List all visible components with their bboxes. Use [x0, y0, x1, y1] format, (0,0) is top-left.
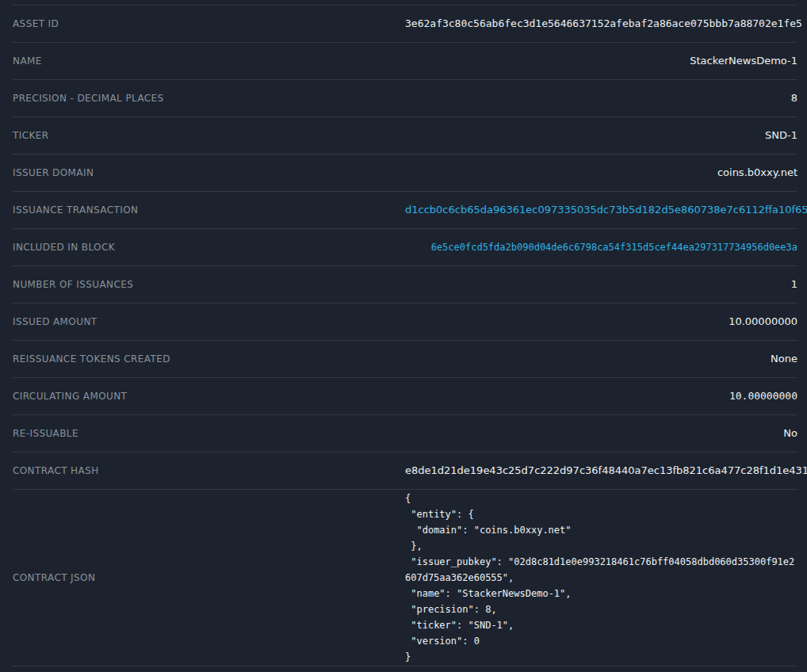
precision-label: PRECISION - DECIMAL PLACES — [13, 92, 405, 105]
contract-json-label: CONTRACT JSON — [13, 571, 405, 584]
included-in-block-label: INCLUDED IN BLOCK — [13, 241, 405, 254]
name-value: StackerNewsDemo-1 — [405, 55, 797, 67]
included-in-block-link[interactable]: 6e5ce0fcd5fda2b090d04de6c6798ca54f315d5c… — [431, 242, 797, 253]
issuance-transaction-value: d1ccb0c6cb65da96361ec097335035dc73b5d182… — [405, 204, 797, 216]
ticker-label: TICKER — [13, 129, 405, 142]
row-contract-json: CONTRACT JSON { "entity": { "domain": "c… — [13, 489, 797, 666]
circulating-amount-label: CIRCULATING AMOUNT — [13, 390, 405, 403]
row-circulating-amount: CIRCULATING AMOUNT 10.00000000 — [13, 377, 797, 414]
contract-json-value: { "entity": { "domain": "coins.b0xxy.net… — [405, 491, 797, 665]
precision-value: 8 — [405, 92, 797, 105]
issued-amount-label: ISSUED AMOUNT — [13, 315, 405, 328]
row-issuer-domain: ISSUER DOMAIN coins.b0xxy.net — [13, 154, 797, 191]
reissuance-tokens-value: None — [405, 353, 797, 365]
contract-json-code: { "entity": { "domain": "coins.b0xxy.net… — [405, 491, 797, 665]
reissuance-tokens-label: REISSUANCE TOKENS CREATED — [13, 353, 405, 365]
row-issuance-transaction: ISSUANCE TRANSACTION d1ccb0c6cb65da96361… — [13, 191, 797, 228]
issuer-domain-value: coins.b0xxy.net — [405, 166, 797, 179]
asset-id-value: 3e62af3c80c56ab6fec3d1e5646637152afebaf2… — [405, 17, 797, 30]
issuer-domain-label: ISSUER DOMAIN — [13, 166, 405, 179]
circulating-amount-value: 10.00000000 — [405, 390, 797, 403]
row-asset-id: ASSET ID 3e62af3c80c56ab6fec3d1e56466371… — [13, 5, 797, 42]
contract-hash-label: CONTRACT HASH — [13, 464, 405, 477]
row-contract-hash: CONTRACT HASH e8de1d21de19e43c25d7c222d9… — [13, 452, 797, 489]
asset-details-table: ASSET ID 3e62af3c80c56ab6fec3d1e56466371… — [0, 0, 807, 666]
row-ticker: TICKER SND-1 — [13, 116, 797, 154]
number-of-issuances-value: 1 — [405, 278, 797, 291]
issuance-transaction-label: ISSUANCE TRANSACTION — [13, 204, 405, 216]
asset-id-label: ASSET ID — [13, 17, 405, 30]
name-label: NAME — [13, 55, 405, 67]
reissuable-label: RE-ISSUABLE — [13, 427, 405, 440]
issuance-transaction-link[interactable]: d1ccb0c6cb65da96361ec097335035dc73b5d182… — [405, 204, 807, 216]
number-of-issuances-label: NUMBER OF ISSUANCES — [13, 278, 405, 291]
row-issued-amount: ISSUED AMOUNT 10.00000000 — [13, 303, 797, 340]
row-included-in-block: INCLUDED IN BLOCK 6e5ce0fcd5fda2b090d04d… — [13, 228, 797, 265]
issued-amount-value: 10.00000000 — [405, 315, 797, 328]
reissuable-value: No — [405, 427, 797, 440]
row-reissuance-tokens: REISSUANCE TOKENS CREATED None — [13, 340, 797, 377]
ticker-value: SND-1 — [405, 129, 797, 142]
row-precision: PRECISION - DECIMAL PLACES 8 — [13, 79, 797, 116]
included-in-block-value: 6e5ce0fcd5fda2b090d04de6c6798ca54f315d5c… — [405, 241, 797, 254]
contract-hash-value: e8de1d21de19e43c25d7c222d97c36f48440a7ec… — [405, 464, 797, 477]
row-reissuable: RE-ISSUABLE No — [13, 414, 797, 452]
row-number-of-issuances: NUMBER OF ISSUANCES 1 — [13, 265, 797, 303]
row-name: NAME StackerNewsDemo-1 — [13, 42, 797, 79]
